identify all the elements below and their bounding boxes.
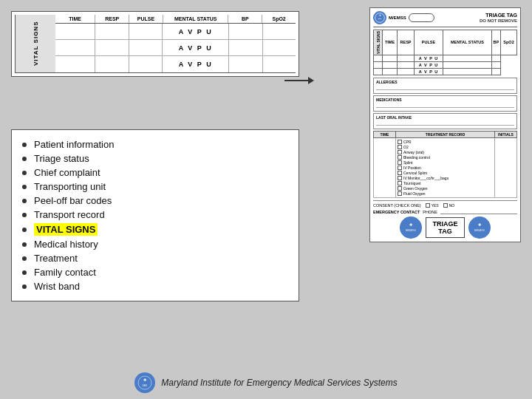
oval-shape xyxy=(409,13,434,22)
vs-r1-spo2 xyxy=(263,24,296,39)
arrow-indicator xyxy=(284,80,310,81)
list-item: VITAL SIGNS xyxy=(22,222,288,237)
vs-main: TIME RESP PULSE MENTAL STATUS BP SpO2 A … xyxy=(55,15,296,72)
item-wrist-band: Wrist band xyxy=(34,281,80,292)
bottom-logo-right: ✚ MIEMSS xyxy=(468,216,491,239)
tc-medications-label: MEDICATIONS xyxy=(376,98,514,102)
list-item: Transporting unit xyxy=(22,180,288,194)
bullet-dot xyxy=(22,228,27,232)
mini-vs-table: VITAL SIGNS TIME RESP PULSE MENTAL STATU… xyxy=(373,30,517,75)
mini-vs-label: VITAL SIGNS xyxy=(374,30,383,55)
treatment-row: CPR O2 Airway (oral) Bleeding contr xyxy=(374,137,517,197)
consent-label: CONSENT (CHECK ONE) xyxy=(373,203,421,208)
vs-r2-mental: A V P U xyxy=(163,40,229,55)
vs-r1-time xyxy=(55,24,95,39)
vs-col-spo2: SpO2 xyxy=(262,15,296,23)
triage-tag-card: ✚ EMS M/EMSS TRIAGE TAG DO NOT REMOVE VI… xyxy=(369,7,521,242)
bullet-dot xyxy=(22,185,27,189)
vs-r3-spo2 xyxy=(263,56,296,72)
list-item: Family contact xyxy=(22,265,288,279)
vs-label: VITAL SIGNS xyxy=(15,15,55,72)
vs-col-time: TIME xyxy=(55,15,95,23)
vs-r3-mental: A V P U xyxy=(163,56,229,72)
vs-r1-mental: A V P U xyxy=(163,24,229,39)
tc-last-oral: LAST ORAL INTAKE xyxy=(373,113,517,129)
svg-text:MIEMSS: MIEMSS xyxy=(406,229,417,232)
vs-r2-time xyxy=(55,40,95,55)
triage-tag-big-label: TRIAGE TAG xyxy=(426,217,464,238)
bullet-dot xyxy=(22,157,27,161)
checkbox-icon xyxy=(398,191,402,196)
bullet-dot xyxy=(22,143,27,147)
phone-line xyxy=(440,210,517,214)
vs-r3-time xyxy=(55,56,95,72)
vs-r1-resp xyxy=(95,24,129,39)
bullet-dot xyxy=(22,171,27,175)
checkbox-bleeding: Bleeding control xyxy=(398,155,493,160)
list-item: Wrist band xyxy=(22,279,288,293)
checkbox-icon xyxy=(398,155,402,160)
phone-label: PHONE xyxy=(423,210,437,214)
item-triage-status: Triage status xyxy=(34,153,89,164)
tc-big-tag: ✚ MIEMSS TRIAGE TAG ✚ MIEMSS xyxy=(373,216,517,239)
vs-r3-pulse xyxy=(129,56,163,72)
svg-text:EMS: EMS xyxy=(378,18,382,19)
bullet-dot xyxy=(22,256,27,261)
item-medical-history: Medical history xyxy=(34,239,98,250)
tc-last-oral-line xyxy=(376,121,514,126)
miemss-logo: ✚ EMS xyxy=(373,11,386,24)
vs-col-mental: MENTAL STATUS xyxy=(163,15,229,23)
item-peel-off: Peel-off bar codes xyxy=(34,195,112,206)
checkbox-icon xyxy=(398,166,402,170)
bullet-dot xyxy=(22,284,27,289)
vital-signs-table: VITAL SIGNS TIME RESP PULSE MENTAL STATU… xyxy=(11,11,299,77)
tc-allergies-label: ALLERGIES xyxy=(376,80,514,84)
list-item: Triage status xyxy=(22,151,288,166)
checkbox-green-oxygen: Green Oxygen xyxy=(398,186,493,191)
checkbox-icon xyxy=(398,186,402,191)
checkbox-cervical: Cervical Splint xyxy=(398,171,493,175)
vs-col-bp: BP xyxy=(228,15,262,23)
checkbox-splint: Splint xyxy=(398,160,493,165)
bullet-dot xyxy=(22,199,27,203)
checkbox-o2: O2 xyxy=(398,145,493,149)
yes-checkbox xyxy=(426,203,430,208)
vs-row-3: A V P U xyxy=(55,56,296,72)
item-family-contact: Family contact xyxy=(34,267,96,278)
vs-r3-resp xyxy=(95,56,129,72)
item-transporting-unit: Transporting unit xyxy=(34,181,106,192)
checkbox-icon xyxy=(398,140,402,144)
svg-text:MIEMSS: MIEMSS xyxy=(474,229,485,232)
tc-medications: MEDICATIONS xyxy=(373,95,517,112)
list-item: Medical history xyxy=(22,237,288,251)
vs-col-resp: RESP xyxy=(95,15,129,23)
list-item: Patient information xyxy=(22,137,288,151)
tc-medications-line xyxy=(376,103,514,108)
footer-text: Maryland Institute for Emergency Medical… xyxy=(161,378,397,388)
tc-allergies-line xyxy=(376,86,514,90)
vs-r1-pulse xyxy=(129,24,163,39)
list-item: Peel-off bar codes xyxy=(22,194,288,208)
list-item: Treatment xyxy=(22,251,288,265)
tc-last-oral-label: LAST ORAL INTAKE xyxy=(376,115,514,120)
list-item: Chief complaint xyxy=(22,166,288,180)
item-treatment: Treatment xyxy=(34,253,78,264)
vs-row-1: A V P U xyxy=(55,24,296,40)
vs-r2-pulse xyxy=(129,40,163,55)
miemss-text: M/EMSS xyxy=(389,16,406,20)
vs-r2-bp xyxy=(229,40,262,55)
footer: ✚ EMS Maryland Institute for Emergency M… xyxy=(0,372,532,393)
miemss-badge: ✚ EMS M/EMSS xyxy=(373,11,434,24)
checkbox-tourniquet: Tourniquet xyxy=(398,181,493,185)
svg-text:✚: ✚ xyxy=(379,14,381,17)
checkbox-iv-position: IV Position xyxy=(398,166,493,170)
consent-row: CONSENT (CHECK ONE) YES NO xyxy=(373,200,517,208)
vs-r1-bp xyxy=(229,24,262,39)
emergency-contact-row: EMERGENCY CONTACT PHONE xyxy=(373,210,517,214)
checkbox-icon xyxy=(398,145,402,149)
checkbox-icon xyxy=(398,176,402,180)
checkbox-icon xyxy=(398,181,402,185)
footer-logo: ✚ EMS xyxy=(134,372,155,393)
checkbox-icon xyxy=(398,150,402,154)
treatment-table: TIME TREATMENT RECORD INITIALS CPR xyxy=(373,131,517,198)
